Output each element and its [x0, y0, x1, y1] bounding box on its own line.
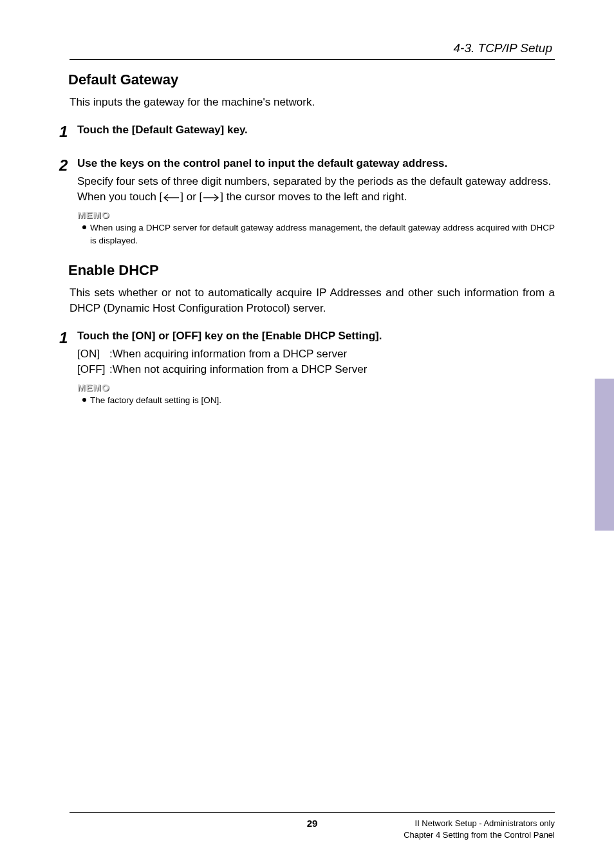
option-label: [ON]	[77, 346, 109, 363]
option-text: :When acquiring information from a DHCP …	[109, 348, 347, 360]
step-title: Touch the [Default Gateway] key.	[77, 123, 555, 138]
text-fragment: ] the cursor moves to the left and right…	[220, 191, 407, 203]
footer-rule	[70, 812, 555, 813]
text-fragment: ] or [	[180, 191, 202, 203]
running-header: 4-3. TCP/IP Setup	[70, 41, 555, 55]
step-title: Use the keys on the control panel to inp…	[77, 156, 555, 171]
step-title: Touch the [ON] or [OFF] key on the [Enab…	[77, 329, 555, 344]
memo-text: The factory default setting is [ON].	[90, 394, 221, 407]
step-paragraph: Specify four sets of three digit numbers…	[77, 174, 555, 190]
step-number: 1	[59, 123, 77, 140]
step-cursor-line: When you touch [] or [] the cursor moves…	[77, 189, 555, 205]
bullet-icon	[82, 394, 90, 407]
footer-line-2: Chapter 4 Setting from the Control Panel	[404, 829, 555, 841]
page-number: 29	[70, 818, 555, 829]
header-rule	[70, 59, 555, 60]
memo-label: MEMO	[77, 382, 555, 393]
option-on: [ON]:When acquiring information from a D…	[77, 346, 555, 363]
step-dhcp-1: 1 Touch the [ON] or [OFF] key on the [En…	[59, 329, 555, 407]
arrow-right-icon	[202, 194, 220, 202]
memo-block: MEMO When using a DHCP server for defaul…	[77, 209, 555, 247]
arrow-left-icon	[162, 194, 180, 202]
page-footer: 29 II Network Setup - Administrators onl…	[70, 812, 555, 841]
intro-enable-dhcp: This sets whether or not to automaticall…	[70, 285, 555, 316]
memo-block: MEMO The factory default setting is [ON]…	[77, 382, 555, 407]
heading-default-gateway: Default Gateway	[68, 71, 555, 88]
heading-enable-dhcp: Enable DHCP	[68, 262, 555, 279]
step-number: 2	[59, 156, 77, 173]
bullet-icon	[82, 222, 90, 247]
step-2: 2 Use the keys on the control panel to i…	[59, 156, 555, 247]
step-1: 1 Touch the [Default Gateway] key.	[59, 123, 555, 140]
option-label: [OFF]	[77, 362, 109, 378]
side-tab	[595, 379, 614, 531]
step-number: 1	[59, 329, 77, 346]
memo-item: When using a DHCP server for default gat…	[77, 222, 555, 247]
intro-default-gateway: This inputs the gateway for the machine'…	[70, 95, 555, 110]
option-off: [OFF]:When not acquiring information fro…	[77, 362, 555, 378]
text-fragment: When you touch [	[77, 191, 162, 203]
memo-item: The factory default setting is [ON].	[77, 394, 555, 407]
memo-label: MEMO	[77, 209, 555, 220]
option-text: :When not acquiring information from a D…	[109, 363, 367, 375]
memo-text: When using a DHCP server for default gat…	[90, 222, 555, 247]
